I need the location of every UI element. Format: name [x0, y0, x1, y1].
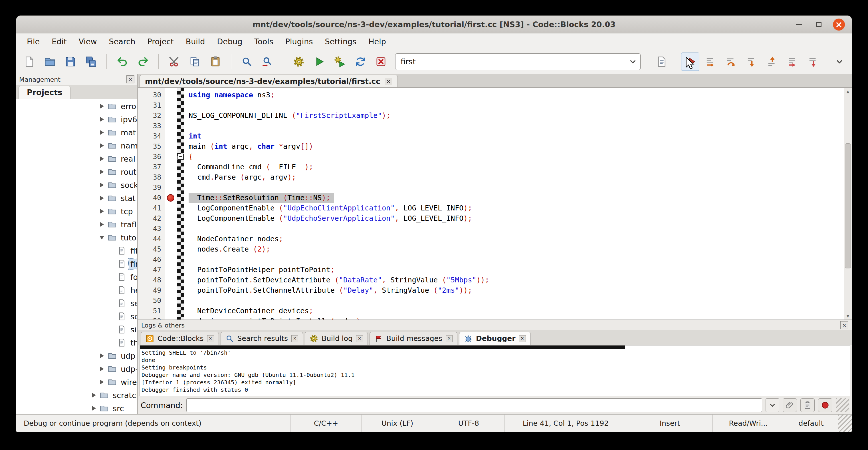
rebuild-button[interactable]	[351, 53, 370, 71]
breakpoint-margin[interactable]	[165, 100, 177, 111]
tab-close-icon[interactable]: ×	[356, 335, 363, 342]
step-into-button[interactable]	[743, 53, 761, 71]
line-number[interactable]: 42	[138, 213, 165, 223]
line-number[interactable]: 30	[138, 90, 165, 100]
tree-item-se[interactable]: se	[16, 297, 137, 310]
line-number[interactable]: 46	[138, 254, 165, 265]
breakpoint-margin[interactable]	[165, 172, 177, 182]
replace-button[interactable]	[258, 53, 277, 71]
close-button[interactable]: ×	[833, 19, 845, 31]
line-number[interactable]: 32	[138, 111, 165, 121]
tree-item-si[interactable]: si	[16, 323, 137, 336]
next-instruction-button[interactable]	[784, 53, 802, 71]
tree-item-src[interactable]: src	[16, 402, 137, 414]
tree-item-th[interactable]: th	[16, 336, 137, 349]
breakpoint-margin[interactable]	[165, 275, 177, 285]
menu-view[interactable]: View	[72, 35, 103, 48]
tree-item-stat[interactable]: stat	[16, 191, 137, 205]
breakpoint-icon[interactable]	[167, 194, 174, 202]
open-file-button[interactable]	[41, 53, 59, 71]
tree-item-ipv6[interactable]: ipv6	[16, 113, 137, 126]
titlebar[interactable]: mnt/dev/tools/source/ns-3-dev/examples/t…	[16, 16, 852, 33]
code-line-33[interactable]: 33	[138, 121, 843, 131]
chevron-down-icon[interactable]	[625, 54, 640, 70]
chevron-collapsed-icon[interactable]	[98, 170, 106, 174]
run-button[interactable]	[310, 53, 329, 71]
code-line-43[interactable]: 43	[138, 223, 843, 234]
build-button[interactable]	[290, 53, 308, 71]
breakpoint-margin[interactable]	[165, 316, 177, 320]
scroll-up-icon[interactable]: ▲	[844, 88, 852, 95]
logs-tab-code-blocks[interactable]: Code::Blocks×	[141, 332, 219, 345]
breakpoint-margin[interactable]	[165, 296, 177, 306]
command-input[interactable]	[186, 398, 762, 412]
paste-button[interactable]	[206, 53, 224, 71]
tree-item-se[interactable]: se	[16, 310, 137, 323]
code-line-37[interactable]: 37 CommandLine cmd (__FILE__);	[138, 162, 843, 172]
editor-tab-firstcc[interactable]: mnt/dev/tools/source/ns-3-dev/examples/t…	[140, 75, 398, 87]
tree-item-sock[interactable]: sock	[16, 178, 137, 191]
breakpoint-margin[interactable]	[165, 306, 177, 316]
tab-close-icon[interactable]: ×	[385, 78, 392, 85]
cut-button[interactable]	[165, 53, 183, 71]
menu-plugins[interactable]: Plugins	[279, 35, 319, 48]
logs-tab-search-results[interactable]: Search results×	[221, 332, 303, 345]
code-line-30[interactable]: 30using namespace ns3;	[138, 90, 843, 100]
code-line-31[interactable]: 31	[138, 100, 843, 111]
symbols-browser-button[interactable]	[653, 53, 671, 71]
logs-resize-grip[interactable]	[836, 398, 849, 412]
menu-search[interactable]: Search	[103, 35, 142, 48]
line-number[interactable]: 41	[138, 203, 165, 213]
line-number[interactable]: 43	[138, 223, 165, 234]
line-number[interactable]: 39	[138, 182, 165, 193]
line-number[interactable]: 31	[138, 100, 165, 111]
step-out-button[interactable]	[763, 53, 781, 71]
code-area[interactable]: 30using namespace ns3;3132NS_LOG_COMPONE…	[138, 88, 852, 320]
chevron-collapsed-icon[interactable]	[98, 156, 106, 161]
management-close-icon[interactable]: ×	[126, 76, 134, 83]
line-number[interactable]: 33	[138, 121, 165, 131]
tree-item-mat[interactable]: mat	[16, 126, 137, 139]
tree-item-tuto[interactable]: tuto	[16, 231, 137, 244]
step-into-instruction-button[interactable]	[804, 53, 823, 71]
code-line-46[interactable]: 46	[138, 254, 843, 265]
tree-item-nam[interactable]: nam	[16, 139, 137, 152]
tab-close-icon[interactable]: ×	[207, 335, 214, 342]
line-number[interactable]: 37	[138, 162, 165, 172]
minimize-button[interactable]	[793, 19, 805, 31]
menu-debug[interactable]: Debug	[211, 35, 249, 48]
scrollbar-thumb[interactable]	[845, 143, 851, 268]
chevron-collapsed-icon[interactable]	[98, 380, 106, 384]
editor-vertical-scrollbar[interactable]: ▲ ▼	[844, 88, 852, 320]
tree-item-rout[interactable]: rout	[16, 165, 137, 178]
code-line-41[interactable]: 41 LogComponentEnable ("UdpEchoClientApp…	[138, 203, 843, 213]
menu-settings[interactable]: Settings	[319, 35, 363, 48]
tree-item-wire[interactable]: wire	[16, 376, 137, 389]
attach-icon[interactable]	[783, 398, 797, 412]
line-number[interactable]: 49	[138, 285, 165, 296]
tree-item-udp[interactable]: udp	[16, 349, 137, 362]
build-target-combo[interactable]: first	[395, 53, 641, 70]
code-line-50[interactable]: 50	[138, 296, 843, 306]
line-number[interactable]: 40	[138, 193, 165, 203]
breakpoint-margin[interactable]	[165, 90, 177, 100]
chevron-collapsed-icon[interactable]	[90, 406, 98, 411]
code-line-38[interactable]: 38 cmd.Parse (argc, argv);	[138, 172, 843, 182]
chevron-expanded-icon[interactable]	[98, 236, 106, 240]
line-number[interactable]: 47	[138, 265, 165, 275]
save-button[interactable]	[61, 53, 80, 71]
breakpoint-margin[interactable]	[165, 131, 177, 141]
logs-close-icon[interactable]: ×	[840, 321, 848, 329]
line-number[interactable]: 50	[138, 296, 165, 306]
undo-button[interactable]	[113, 53, 131, 71]
tree-item-fir[interactable]: fir	[16, 257, 137, 270]
chevron-collapsed-icon[interactable]	[98, 143, 106, 148]
fold-collapse-icon[interactable]	[178, 154, 184, 160]
code-line-39[interactable]: 39	[138, 182, 843, 193]
tree-item-fif[interactable]: fif	[16, 244, 137, 257]
debugger-log[interactable]: Setting SHELL to '/bin/sh'doneSetting br…	[140, 345, 850, 396]
tree-item-scratch[interactable]: scratch	[16, 389, 137, 402]
breakpoint-margin[interactable]	[165, 234, 177, 244]
line-number[interactable]: 35	[138, 141, 165, 152]
menu-project[interactable]: Project	[141, 35, 180, 48]
